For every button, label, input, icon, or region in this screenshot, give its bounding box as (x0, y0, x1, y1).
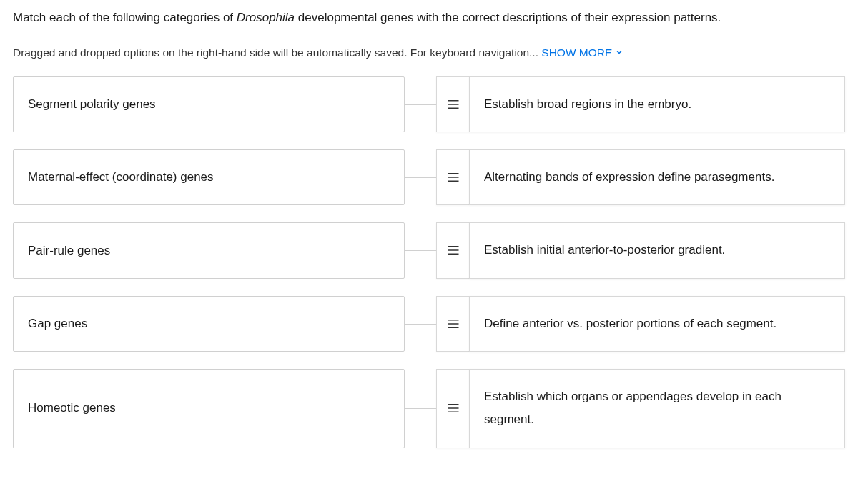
match-right-label: Establish broad regions in the embryo. (484, 93, 691, 116)
match-row: Maternal-effect (coordinate) genes Alter… (13, 149, 845, 205)
question-prefix: Match each of the following categories o… (13, 11, 237, 24)
drag-handle[interactable] (436, 149, 469, 205)
drag-handle[interactable] (436, 76, 469, 132)
question-suffix: developmental genes with the correct des… (295, 11, 721, 24)
question-italic: Drosophila (237, 11, 295, 24)
drag-handle[interactable] (436, 222, 469, 278)
match-left-option[interactable]: Pair-rule genes (13, 222, 405, 278)
drag-handle-icon (447, 403, 460, 413)
match-right-option[interactable]: Establish initial anterior-to-posterior … (469, 222, 845, 278)
match-right-label: Establish which organs or appendages dev… (484, 385, 830, 432)
match-row: Pair-rule genes Establish initial anteri… (13, 222, 845, 278)
connector-line (405, 76, 436, 132)
match-area: Segment polarity genes Establish broad r… (13, 76, 845, 448)
match-left-label: Homeotic genes (28, 399, 116, 417)
drag-handle-icon (447, 319, 460, 329)
match-left-label: Gap genes (28, 315, 87, 333)
match-left-label: Maternal-effect (coordinate) genes (28, 168, 214, 187)
match-left-label: Pair-rule genes (28, 242, 110, 260)
match-right-label: Alternating bands of expression define p… (484, 166, 774, 189)
match-left-option[interactable]: Maternal-effect (coordinate) genes (13, 149, 405, 205)
connector-line (405, 296, 436, 352)
match-right-option[interactable]: Alternating bands of expression define p… (469, 149, 845, 205)
match-row: Segment polarity genes Establish broad r… (13, 76, 845, 132)
drag-handle-icon (447, 99, 460, 109)
match-right-option[interactable]: Define anterior vs. posterior portions o… (469, 296, 845, 352)
drag-handle-icon (447, 172, 460, 182)
connector-line (405, 149, 436, 205)
connector-line (405, 222, 436, 278)
show-more-button[interactable]: SHOW MORE (541, 44, 623, 61)
match-right-label: Establish initial anterior-to-posterior … (484, 239, 725, 262)
instructions-text: Dragged and dropped options on the right… (13, 46, 541, 59)
question-text: Match each of the following categories o… (13, 9, 821, 27)
match-left-option[interactable]: Segment polarity genes (13, 76, 405, 132)
match-row: Homeotic genes Establish which organs or… (13, 369, 845, 448)
match-right-label: Define anterior vs. posterior portions o… (484, 312, 776, 335)
drag-handle[interactable] (436, 296, 469, 352)
match-left-label: Segment polarity genes (28, 95, 156, 114)
match-right-option[interactable]: Establish broad regions in the embryo. (469, 76, 845, 132)
drag-handle[interactable] (436, 369, 469, 448)
match-row: Gap genes Define anterior vs. posterior … (13, 296, 845, 352)
drag-handle-icon (447, 245, 460, 255)
match-left-option[interactable]: Gap genes (13, 296, 405, 352)
show-more-label: SHOW MORE (541, 44, 612, 61)
match-left-option[interactable]: Homeotic genes (13, 369, 405, 448)
chevron-down-icon (615, 48, 623, 56)
match-right-option[interactable]: Establish which organs or appendages dev… (469, 369, 845, 448)
connector-line (405, 369, 436, 448)
instructions: Dragged and dropped options on the right… (13, 44, 845, 61)
